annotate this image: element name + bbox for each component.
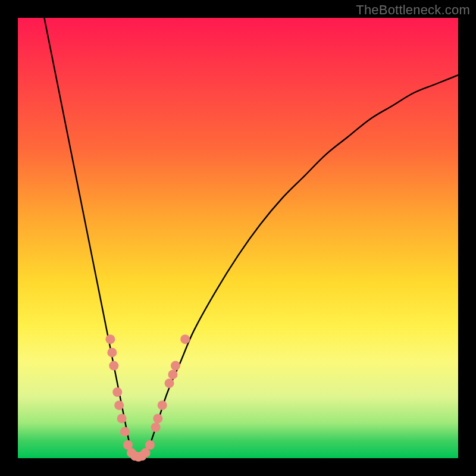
data-marker [112,387,122,397]
data-marker [158,400,167,410]
plot-area [18,18,458,458]
data-marker [145,440,155,450]
data-marker [120,427,130,437]
data-marker [168,369,177,379]
data-marker [114,400,124,410]
marker-group [105,334,190,462]
data-marker [109,361,118,371]
data-marker [105,334,115,344]
data-marker [151,422,161,432]
data-marker [153,414,162,423]
data-marker [117,414,127,423]
data-marker [180,334,190,344]
data-marker [171,361,180,371]
curve-right [146,75,458,458]
data-marker [165,378,174,388]
watermark-text: TheBottleneck.com [356,2,470,18]
chart-stage: TheBottleneck.com [0,0,476,476]
curve-svg [18,18,458,458]
data-marker [107,347,117,357]
